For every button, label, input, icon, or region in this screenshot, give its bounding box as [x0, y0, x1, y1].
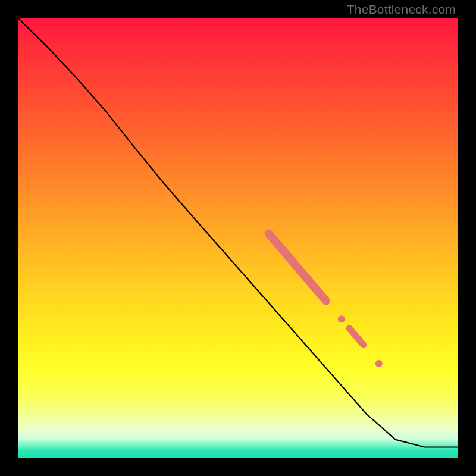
highlight-dot [338, 315, 345, 322]
chart-plot-area [18, 18, 458, 458]
highlight-dot [375, 360, 383, 367]
chart-svg [18, 18, 458, 458]
highlight-segment [349, 328, 364, 345]
watermark-text: TheBottleneck.com [347, 2, 456, 17]
highlight-segment [269, 234, 326, 301]
series-line [18, 18, 458, 447]
